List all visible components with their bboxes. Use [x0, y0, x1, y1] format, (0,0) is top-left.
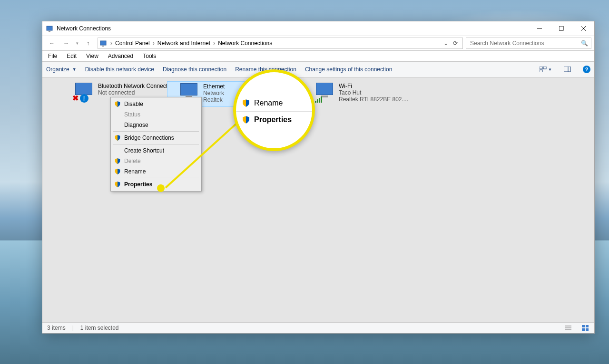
- svg-rect-6: [100, 41, 106, 45]
- titlebar[interactable]: Network Connections: [42, 21, 594, 36]
- svg-rect-9: [543, 67, 546, 69]
- context-menu-status: Status: [112, 109, 200, 120]
- context-menu-disable[interactable]: Disable: [112, 99, 200, 109]
- uac-shield-icon: [114, 181, 121, 188]
- context-menu-delete: Delete: [112, 156, 200, 166]
- bluetooth-icon: ᛒ: [80, 94, 88, 103]
- uac-shield-icon: [114, 158, 121, 164]
- chevron-right-icon[interactable]: ›: [152, 40, 156, 47]
- adapter-name: Wi-Fi: [339, 83, 408, 89]
- uac-shield-icon: [242, 115, 250, 124]
- context-menu-label: Diagnose: [124, 122, 148, 128]
- svg-rect-17: [586, 325, 589, 327]
- adapter-wifi[interactable]: Wi-Fi Taco Hut Realtek RTL8822BE 802....: [312, 81, 429, 106]
- context-menu-create-shortcut[interactable]: Create Shortcut: [112, 145, 200, 156]
- desktop-wallpaper: Network Connections ← → ▾ ↑ › Control Pa…: [0, 0, 609, 364]
- menu-advanced[interactable]: Advanced: [104, 52, 137, 60]
- close-button[interactable]: [572, 21, 594, 36]
- uac-shield-icon: [242, 99, 250, 107]
- wifi-signal-icon: [315, 96, 322, 103]
- breadcrumb-bar[interactable]: › Control Panel › Network and Internet ›…: [98, 38, 463, 49]
- annotation-magnifier: Rename Properties: [233, 69, 315, 151]
- svg-rect-0: [47, 26, 52, 30]
- menu-edit[interactable]: Edit: [63, 52, 80, 60]
- context-menu-label: Delete: [124, 158, 141, 164]
- nav-back-button[interactable]: ←: [45, 38, 59, 49]
- uac-shield-icon: [114, 134, 121, 141]
- context-menu-rename[interactable]: Rename: [112, 166, 200, 177]
- status-selected-count: 1 item selected: [80, 325, 119, 331]
- adapter-name: Bluetooth Network Connection: [98, 83, 175, 89]
- organize-button[interactable]: Organize ▼: [46, 66, 77, 73]
- menubar: File Edit View Advanced Tools: [42, 51, 594, 62]
- network-adapter-icon: [313, 83, 336, 102]
- command-bar: Organize ▼ Disable this network device D…: [42, 62, 594, 77]
- adapter-status: Not connected: [98, 89, 175, 96]
- cmd-change-settings[interactable]: Change settings of this connection: [305, 66, 392, 73]
- chevron-right-icon[interactable]: ›: [212, 40, 216, 47]
- menu-tools[interactable]: Tools: [139, 52, 160, 60]
- breadcrumb-segment[interactable]: Network Connections: [216, 40, 274, 47]
- adapter-status: Network: [203, 90, 225, 96]
- minimize-button[interactable]: [529, 21, 550, 36]
- context-menu-diagnose[interactable]: Diagnose: [112, 120, 200, 130]
- svg-rect-3: [559, 26, 563, 30]
- context-menu-label: Rename: [124, 168, 146, 175]
- uac-shield-icon: [114, 101, 121, 107]
- adapter-device: Realtek RTL8822BE 802....: [339, 96, 408, 103]
- view-options-button[interactable]: ▼: [539, 64, 552, 75]
- disconnected-x-icon: ✖: [72, 94, 79, 103]
- control-panel-icon: [100, 39, 108, 47]
- svg-rect-18: [582, 328, 585, 331]
- view-icons-icon[interactable]: [582, 325, 589, 331]
- annotation-highlight-dot: [157, 184, 165, 192]
- search-icon[interactable]: 🔍: [581, 40, 588, 47]
- svg-rect-7: [102, 46, 104, 47]
- magnified-rename: Rename: [236, 95, 312, 111]
- adapter-status: Taco Hut: [339, 89, 408, 96]
- context-menu-label: Properties: [124, 181, 152, 188]
- search-input[interactable]: [469, 39, 581, 47]
- adapter-name: Ethernet: [203, 83, 225, 90]
- menu-view[interactable]: View: [82, 52, 102, 60]
- uac-shield-icon: [114, 168, 121, 175]
- network-adapter-icon: ✖ ᛒ: [72, 83, 95, 102]
- cmd-disable-device[interactable]: Disable this network device: [85, 66, 154, 73]
- context-menu-properties[interactable]: Properties: [112, 179, 200, 190]
- context-menu-label: Status: [124, 111, 140, 118]
- svg-rect-1: [49, 31, 50, 32]
- chevron-right-icon[interactable]: ›: [109, 40, 113, 47]
- context-menu-label: Disable: [124, 101, 143, 107]
- context-menu: DisableStatusDiagnoseBridge ConnectionsC…: [110, 97, 202, 192]
- view-details-icon[interactable]: [565, 325, 572, 331]
- svg-rect-19: [586, 328, 589, 331]
- breadcrumb-segment[interactable]: Control Panel: [113, 40, 152, 47]
- status-bar: 3 items | 1 item selected: [42, 322, 594, 333]
- breadcrumb-segment[interactable]: Network and Internet: [156, 40, 212, 47]
- refresh-button[interactable]: ⟳: [450, 40, 461, 47]
- svg-rect-11: [564, 67, 570, 72]
- preview-pane-button[interactable]: [561, 64, 574, 75]
- nav-forward-button[interactable]: →: [59, 38, 73, 49]
- menu-file[interactable]: File: [44, 52, 61, 60]
- search-box[interactable]: 🔍: [466, 38, 591, 49]
- help-button[interactable]: ?: [583, 66, 590, 73]
- context-menu-label: Bridge Connections: [124, 134, 174, 141]
- context-menu-label: Create Shortcut: [124, 147, 164, 154]
- address-bar-row: ← → ▾ ↑ › Control Panel › Network and In…: [42, 36, 594, 51]
- status-item-count: 3 items: [47, 325, 66, 331]
- address-history-dropdown[interactable]: ⌄: [442, 40, 450, 47]
- window-title: Network Connections: [57, 25, 529, 32]
- svg-rect-8: [540, 67, 542, 69]
- nav-up-button[interactable]: ↑: [81, 38, 95, 49]
- chevron-down-icon: ▼: [72, 67, 77, 72]
- maximize-button[interactable]: [550, 21, 572, 36]
- context-menu-bridge-connections[interactable]: Bridge Connections: [112, 133, 200, 143]
- svg-rect-16: [582, 325, 585, 327]
- cmd-diagnose[interactable]: Diagnose this connection: [163, 66, 226, 73]
- adapter-device: Realtek: [203, 96, 225, 103]
- magnified-properties: Properties: [236, 111, 312, 128]
- control-panel-icon: [46, 25, 54, 32]
- svg-rect-10: [540, 70, 542, 72]
- nav-recent-dropdown[interactable]: ▾: [74, 38, 80, 49]
